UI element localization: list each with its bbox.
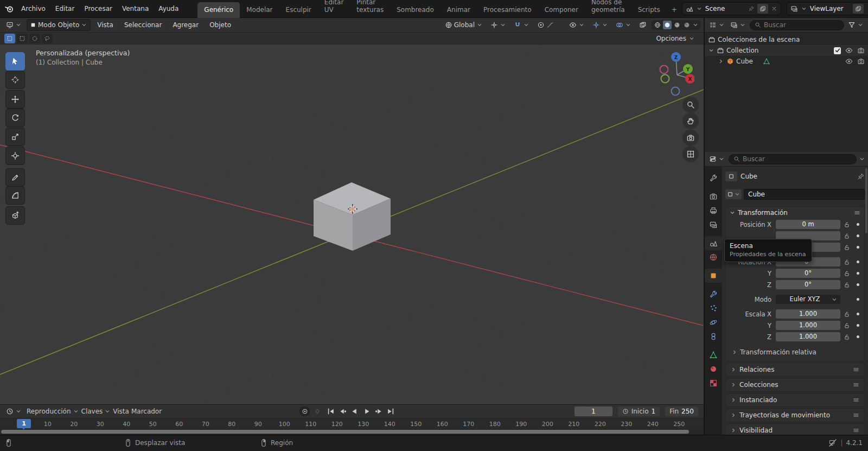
timeline-editor-type-button[interactable]: [3, 406, 24, 417]
keying-set-button[interactable]: [312, 406, 322, 416]
select-mode-lasso[interactable]: [42, 34, 53, 43]
shading-material-button[interactable]: [673, 21, 681, 29]
outliner-search[interactable]: [750, 20, 844, 30]
id-type-chip[interactable]: [725, 189, 742, 199]
cube-object[interactable]: [314, 182, 391, 251]
lock-open-icon[interactable]: [844, 221, 850, 228]
render-camera-icon[interactable]: [857, 47, 865, 54]
add-workspace-button[interactable]: +: [667, 2, 682, 18]
frame-start-field[interactable]: Inicio 1: [618, 406, 660, 416]
workspace-tab-editar-uv[interactable]: Editar UV: [318, 0, 350, 18]
tool-scale[interactable]: [5, 128, 25, 146]
gizmo-axis-x-neg[interactable]: [660, 66, 668, 74]
workspace-tab-animar[interactable]: Animar: [441, 2, 477, 18]
render-camera-icon[interactable]: [857, 58, 865, 65]
menu-vista[interactable]: Vista: [93, 19, 118, 31]
editor-type-button[interactable]: [3, 20, 24, 30]
outliner-cube-row[interactable]: Cube: [705, 56, 868, 67]
new-scene-button[interactable]: [757, 4, 768, 14]
tab-object-data[interactable]: [705, 348, 722, 362]
delta-transform-subpanel[interactable]: Transformación relativa: [726, 347, 864, 358]
tab-world[interactable]: [705, 250, 722, 264]
scene-name[interactable]: Scene: [705, 5, 745, 12]
viewport-zoom-button[interactable]: [682, 97, 699, 113]
rotation-mode-dropdown[interactable]: Euler XYZ: [776, 295, 840, 304]
properties-scrollbar[interactable]: [865, 168, 867, 233]
tab-constraints[interactable]: [705, 329, 722, 344]
lock-open-icon[interactable]: [844, 259, 850, 265]
panel-menu-icon[interactable]: [853, 209, 861, 217]
tool-annotate[interactable]: [5, 168, 25, 187]
menu-editar[interactable]: Editar: [50, 3, 80, 15]
outliner-search-input[interactable]: [764, 21, 839, 29]
visibility-dropdown[interactable]: [566, 20, 588, 30]
animate-dot[interactable]: [857, 335, 859, 338]
jump-to-start-button[interactable]: [326, 406, 336, 416]
collapse-chevron-icon[interactable]: [718, 58, 724, 65]
animate-dot[interactable]: [857, 298, 859, 301]
menu-seleccionar[interactable]: Seleccionar: [120, 19, 166, 31]
view-layer-name[interactable]: ViewLayer: [810, 5, 850, 12]
pin-icon[interactable]: [857, 173, 865, 180]
frame-end-field[interactable]: Fin 250: [665, 406, 698, 416]
tab-modifiers[interactable]: [705, 287, 722, 301]
new-view-layer-button[interactable]: [853, 4, 864, 14]
viewport-scene[interactable]: [0, 45, 704, 404]
play-reverse-button[interactable]: [349, 406, 360, 416]
tool-3d-cursor[interactable]: [5, 71, 25, 89]
properties-search-input[interactable]: [743, 155, 852, 163]
tool-rotate[interactable]: [5, 109, 25, 127]
rotation-z-field[interactable]: 0°: [776, 280, 840, 289]
hide-eye-icon[interactable]: [845, 47, 853, 54]
position-x-field[interactable]: 0 m: [776, 220, 840, 229]
gizmo-axis-z[interactable]: Z: [671, 52, 681, 62]
auto-keying-toggle[interactable]: [299, 406, 310, 416]
workspace-tab-procesamiento[interactable]: Procesamiento: [477, 2, 538, 18]
previous-keyframe-button[interactable]: [337, 406, 348, 416]
gizmo-axis-y-neg[interactable]: [661, 75, 669, 83]
menu-ayuda[interactable]: Ayuda: [154, 3, 183, 15]
pin-icon[interactable]: [748, 5, 755, 12]
scene-selector[interactable]: Scene: [682, 2, 781, 15]
animate-dot[interactable]: [857, 261, 859, 263]
lock-open-icon[interactable]: [844, 322, 850, 329]
tab-tool[interactable]: [705, 171, 722, 185]
hide-eye-icon[interactable]: [845, 58, 853, 65]
menu-claves[interactable]: Claves: [81, 408, 111, 415]
outliner-display-mode[interactable]: [707, 20, 726, 30]
tab-texture[interactable]: [705, 376, 722, 390]
breadcrumb-object-chip[interactable]: [725, 171, 737, 181]
collection-checkbox[interactable]: [834, 47, 841, 54]
viewport-3d[interactable]: Personalizada (perspectiva) (1) Collecti…: [0, 45, 704, 404]
panel-menu-icon[interactable]: [852, 366, 860, 373]
workspace-tab-modelar[interactable]: Modelar: [240, 2, 279, 18]
expand-chevron-icon[interactable]: [708, 47, 714, 54]
lock-open-icon[interactable]: [844, 282, 850, 288]
menu-reproduccion[interactable]: Reproducción: [27, 408, 79, 415]
menu-vista-timeline[interactable]: Vista: [113, 408, 129, 415]
play-button[interactable]: [361, 406, 372, 416]
tool-add-cube[interactable]: [5, 206, 25, 225]
transform-orientation-selector[interactable]: Global: [442, 20, 486, 30]
workspace-tab-esculpir[interactable]: Esculpir: [279, 2, 318, 18]
tab-particles[interactable]: [705, 301, 722, 315]
tab-render[interactable]: [705, 189, 722, 204]
options-button[interactable]: Opciones: [652, 34, 699, 43]
jump-to-end-button[interactable]: [385, 406, 395, 416]
scale-y-field[interactable]: 1.000: [776, 321, 840, 330]
timeline-ruler[interactable]: 1 10203040506070809010011012013014015016…: [0, 418, 704, 430]
viewport-pan-button[interactable]: [682, 113, 699, 129]
xray-toggle[interactable]: [636, 20, 649, 30]
next-keyframe-button[interactable]: [373, 406, 384, 416]
gizmo-axis-x[interactable]: X: [685, 74, 694, 84]
animate-dot[interactable]: [857, 223, 859, 226]
panel-relaciones[interactable]: Relaciones: [725, 363, 865, 377]
workspace-tab-generico[interactable]: Genérico: [197, 2, 240, 18]
menu-archivo[interactable]: Archivo: [16, 3, 50, 15]
pivot-point-selector[interactable]: [488, 20, 509, 30]
gizmos-dropdown[interactable]: [590, 20, 611, 30]
rotation-y-field[interactable]: 0°: [776, 269, 840, 278]
tool-select-box[interactable]: [5, 52, 25, 71]
tool-measure[interactable]: [5, 186, 25, 205]
properties-search[interactable]: [729, 154, 857, 164]
